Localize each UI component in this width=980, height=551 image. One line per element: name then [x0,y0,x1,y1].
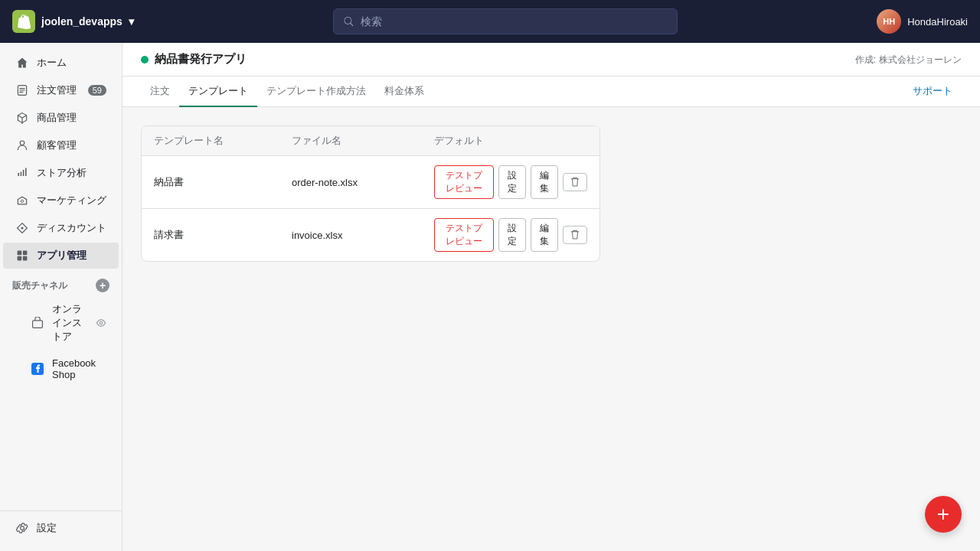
store-name: joolen_devapps [41,15,122,28]
col-file-name: ファイル名 [292,134,434,148]
app-creator: 作成: 株式会社ジョーレン [855,53,962,67]
store-selector[interactable]: joolen_devapps ▾ [12,10,134,33]
sidebar-item-analytics[interactable]: ストア分析 [3,160,119,186]
sidebar-item-apps[interactable]: アプリ管理 [3,243,119,269]
preview-button-1[interactable]: テストプレビュー [434,165,494,199]
table-header: テンプレート名 ファイル名 デフォルト [142,126,599,156]
app-header: 納品書発行アプリ 作成: 株式会社ジョーレン [122,43,980,77]
add-channel-button[interactable]: + [96,279,109,292]
search-box[interactable] [333,8,678,34]
fab-icon: + [937,504,949,525]
avatar: HH [877,9,901,34]
customers-icon [15,139,29,152]
preview-button-2[interactable]: テストプレビュー [434,218,494,252]
topbar: joolen_devapps ▾ HH HondaHiroaki [0,0,980,43]
tabs-bar: 注文 テンプレート テンプレート作成方法 料金体系 サポート [122,77,980,107]
svg-point-2 [21,200,23,202]
row-1-actions: テストプレビュー 設定 編集 [434,165,587,199]
sidebar-item-online-store[interactable]: オンラインストア [3,296,119,350]
file-name-2: invoice.xlsx [292,230,434,241]
eye-icon[interactable] [96,318,106,328]
app-creator-label: 作成: [855,54,876,65]
tab-template-creation[interactable]: テンプレート作成方法 [257,77,375,107]
sidebar-item-home[interactable]: ホーム [3,50,119,76]
content-area: 納品書発行アプリ 作成: 株式会社ジョーレン 注文 テンプレート テンプレート作… [122,43,980,551]
app-name: 納品書発行アプリ [155,52,247,67]
orders-badge: 59 [88,85,106,96]
add-fab-button[interactable]: + [925,496,962,533]
template-name-2: 請求書 [154,228,292,242]
dropdown-icon: ▾ [129,15,134,28]
search-input[interactable] [361,15,668,28]
user-menu[interactable]: HH HondaHiroaki [877,9,968,34]
sidebar-item-orders-label: 注文管理 [37,83,77,97]
sales-channels-section: 販売チャネル + [0,269,122,295]
delete-button-2[interactable] [563,226,587,244]
search-area [134,8,877,34]
svg-rect-6 [18,256,22,261]
sidebar-item-marketing-label: マーケティング [37,194,106,207]
settings-button-1[interactable]: 設定 [498,165,526,199]
svg-point-1 [20,141,24,145]
tab-orders[interactable]: 注文 [141,77,179,107]
edit-button-1[interactable]: 編集 [531,165,558,199]
tab-support[interactable]: サポート [903,77,962,107]
home-icon [15,56,29,70]
discounts-icon [15,221,29,235]
svg-point-3 [21,227,23,229]
sidebar: ホーム 注文管理 59 商品管理 顧客管理 ストア分析 [0,43,122,551]
settings-label: 設定 [37,521,57,535]
sales-channels-label: 販売チャネル [12,279,67,292]
facebook-icon [31,362,44,376]
trash-icon [570,177,580,187]
svg-rect-4 [18,251,22,256]
online-store-icon [31,316,44,330]
edit-button-2[interactable]: 編集 [531,218,558,252]
svg-rect-5 [23,251,28,256]
apps-icon [15,249,29,262]
template-name-1: 納品書 [154,175,292,189]
table-row: 納品書 order-note.xlsx テストプレビュー 設定 編集 [142,156,599,209]
svg-rect-7 [23,256,28,261]
app-header-left: 納品書発行アプリ [141,52,247,67]
svg-point-9 [100,321,103,324]
sidebar-item-apps-label: アプリ管理 [37,249,87,262]
main-layout: ホーム 注文管理 59 商品管理 顧客管理 ストア分析 [0,43,980,551]
sidebar-item-products[interactable]: 商品管理 [3,105,119,131]
sidebar-item-discounts-label: ディスカウント [37,221,106,235]
sidebar-item-analytics-label: ストア分析 [37,166,87,180]
col-default: デフォルト [434,134,587,148]
svg-rect-8 [33,321,43,328]
delete-button-1[interactable] [563,173,587,191]
row-2-actions: テストプレビュー 設定 編集 [434,218,587,252]
marketing-icon [15,194,29,207]
sidebar-item-home-label: ホーム [37,56,67,70]
sidebar-item-orders[interactable]: 注文管理 59 [3,77,119,103]
status-dot [141,56,149,64]
sidebar-item-customers[interactable]: 顧客管理 [3,132,119,158]
sidebar-item-products-label: 商品管理 [37,111,77,125]
facebook-shop-label: Facebook Shop [52,357,106,380]
table-container: テンプレート名 ファイル名 デフォルト 納品書 order-note.xlsx … [122,107,980,551]
shopify-logo [12,10,35,33]
templates-table: テンプレート名 ファイル名 デフォルト 納品書 order-note.xlsx … [141,126,600,262]
app-creator-name: 株式会社ジョーレン [879,54,962,65]
tab-templates[interactable]: テンプレート [179,77,257,107]
user-name: HondaHiroaki [907,16,968,28]
sidebar-bottom: 設定 [0,510,122,545]
orders-icon [15,83,29,97]
sidebar-item-marketing[interactable]: マーケティング [3,187,119,214]
trash-icon [570,230,580,240]
tab-pricing[interactable]: 料金体系 [375,77,433,107]
sidebar-item-facebook-shop[interactable]: Facebook Shop [3,351,119,386]
col-template-name: テンプレート名 [154,134,292,148]
sidebar-item-customers-label: 顧客管理 [37,139,77,152]
settings-icon [15,521,29,535]
online-store-label: オンラインストア [52,302,88,344]
analytics-icon [15,166,29,180]
settings-button-2[interactable]: 設定 [498,218,526,252]
table-row: 請求書 invoice.xlsx テストプレビュー 設定 編集 [142,209,599,261]
file-name-1: order-note.xlsx [292,177,434,188]
sidebar-item-settings[interactable]: 設定 [3,515,119,541]
sidebar-item-discounts[interactable]: ディスカウント [3,215,119,241]
